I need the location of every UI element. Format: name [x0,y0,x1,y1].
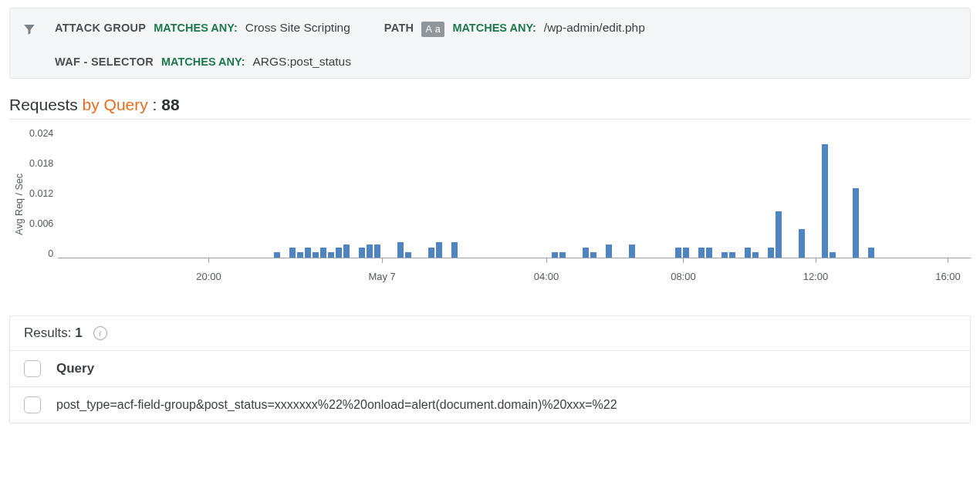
results-count: 1 [75,325,82,340]
chart-bar[interactable] [745,248,751,258]
filter-value: Cross Site Scripting [245,21,350,35]
chart-y-tick: 0.012 [29,189,53,199]
chart-x-tick-label: 16:00 [935,271,961,282]
chart-bar[interactable] [397,242,404,258]
chart-bar[interactable] [336,248,342,258]
chart-bar[interactable] [729,252,735,258]
filter-value: /wp-admin/edit.php [544,21,645,35]
chart-bar[interactable] [822,144,828,258]
chart-plot-area[interactable] [58,127,971,258]
row-query-value: post_type=acf-field-group&post_status=xx… [56,398,617,412]
table-header-row: Query [10,351,970,387]
info-icon[interactable]: i [93,326,107,340]
filter-op-label: MATCHES ANY: [161,56,245,68]
section-title-prefix: Requests [9,96,83,113]
chart-x-labels: 20:00May 704:0008:0012:0016:00 [58,263,971,282]
chart-x-tick-label: 08:00 [671,271,696,282]
filter-op-label: MATCHES ANY: [154,22,237,34]
chart-bar[interactable] [428,248,434,258]
chart-bar[interactable] [721,252,728,258]
chart-bar[interactable] [776,211,782,258]
chart-bar[interactable] [436,242,442,258]
chart-bar[interactable] [313,252,319,258]
chart-bar[interactable] [552,252,558,258]
filter-bar: ATTACK GROUP MATCHES ANY: Cross Site Scr… [9,8,971,79]
chart-x-tick-label: 12:00 [803,271,829,282]
results-header: Results: 1 i [10,316,970,351]
chart-y-tick: 0.024 [29,129,53,139]
chart-bar[interactable] [451,242,458,258]
chart-bar[interactable] [768,248,774,258]
chart-bar[interactable] [706,248,712,258]
chart-bar[interactable] [868,248,874,258]
filter-clause-path[interactable]: PATH A a MATCHES ANY: /wp-admin/edit.php [384,21,645,36]
chart-plot[interactable]: 20:00May 704:0008:0012:0016:00 [58,127,971,282]
chart-bar[interactable] [752,252,759,258]
chart-y-tick: 0 [29,249,53,259]
filter-clauses: ATTACK GROUP MATCHES ANY: Cross Site Scr… [55,21,958,69]
chart-bar[interactable] [297,252,303,258]
section-title: Requests by Query : 88 [9,96,971,120]
results-label: Results: 1 [24,325,83,341]
section-title-count: 88 [161,96,179,113]
chart-bar[interactable] [343,244,350,258]
filter-field-label: WAF - SELECTOR [55,56,154,68]
case-sensitivity-badge[interactable]: A a [421,22,444,37]
chart-bar[interactable] [289,248,296,258]
chart-bar[interactable] [606,244,612,258]
filter-clause-attack-group[interactable]: ATTACK GROUP MATCHES ANY: Cross Site Scr… [55,21,350,36]
chart-bar[interactable] [590,252,596,258]
chart-bar[interactable] [405,252,411,258]
table-row[interactable]: post_type=acf-field-group&post_status=xx… [10,387,970,423]
chart-x-tick-label: May 7 [368,271,395,282]
chart-bar[interactable] [629,244,635,258]
chart-bar[interactable] [328,252,334,258]
column-header-query[interactable]: Query [56,361,94,376]
chart-x-tick-label: 04:00 [534,271,559,282]
chart-bar[interactable] [359,248,365,258]
chart-bar[interactable] [683,248,689,258]
filter-clause-waf-selector[interactable]: WAF - SELECTOR MATCHES ANY: ARGS:post_st… [55,55,958,69]
chart-bar[interactable] [698,248,705,258]
chart-bar[interactable] [559,252,566,258]
chart-bar[interactable] [583,248,589,258]
chart-bar[interactable] [374,244,380,258]
section-title-byquery: by Query [83,96,148,113]
chart-bar[interactable] [274,252,280,258]
filter-icon[interactable] [22,22,36,39]
chart-y-tick: 0.006 [29,219,53,229]
chart-bar[interactable] [853,188,859,258]
filter-op-label: MATCHES ANY: [452,22,536,34]
chart-bar[interactable] [305,248,311,258]
chart-bar[interactable] [799,229,805,258]
chart-x-tick-label: 20:00 [196,271,221,282]
row-checkbox[interactable] [24,396,41,413]
chart-y-tick: 0.018 [29,159,53,169]
filter-field-label: ATTACK GROUP [55,22,146,34]
results-block: Results: 1 i Query post_type=acf-field-g… [9,315,971,423]
chart: Avg Req / Sec 0.0240.0180.0120.0060 20:0… [9,127,971,282]
chart-y-axis-label: Avg Req / Sec [12,174,26,235]
filter-field-label: PATH [384,22,414,34]
chart-bar[interactable] [320,248,326,258]
chart-bar[interactable] [830,252,836,258]
select-all-checkbox[interactable] [24,360,41,377]
chart-y-ticks: 0.0240.0180.0120.0060 [29,127,58,258]
filter-value: ARGS:post_status [252,55,351,69]
chart-bar[interactable] [367,244,373,258]
chart-bar[interactable] [675,248,681,258]
section-title-sep: : [148,96,162,113]
